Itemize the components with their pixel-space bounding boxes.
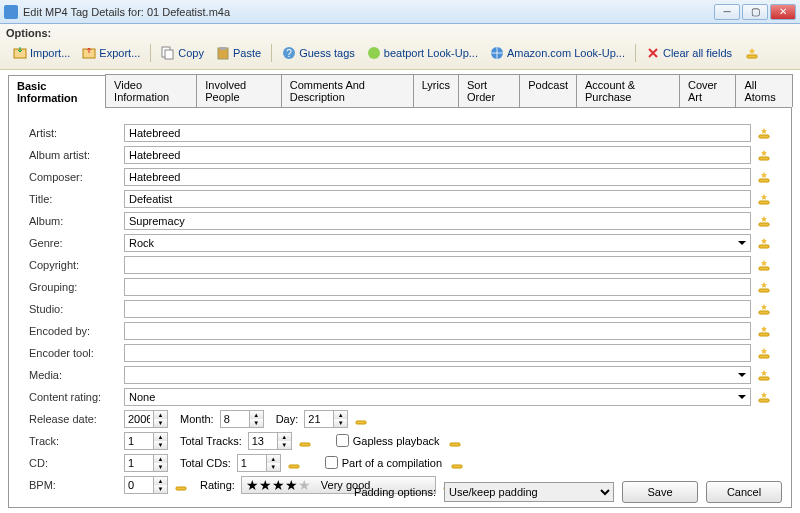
save-button[interactable]: Save — [622, 481, 698, 503]
cancel-button[interactable]: Cancel — [706, 481, 782, 503]
svg-rect-12 — [759, 157, 769, 160]
svg-rect-10 — [747, 55, 757, 58]
wand-icon[interactable] — [757, 148, 771, 162]
tab-sort-order[interactable]: Sort Order — [458, 74, 520, 107]
artist-label: Artist: — [29, 127, 124, 139]
paste-button[interactable]: Paste — [211, 43, 266, 63]
import-button[interactable]: Import... — [8, 43, 75, 63]
svg-rect-3 — [165, 50, 173, 59]
genre-field[interactable] — [124, 234, 751, 252]
encoded_by-field[interactable] — [124, 322, 751, 340]
tab-involved-people[interactable]: Involved People — [196, 74, 281, 107]
svg-rect-13 — [759, 179, 769, 182]
wand-icon[interactable] — [757, 346, 771, 360]
wand-icon[interactable] — [757, 192, 771, 206]
svg-rect-22 — [759, 377, 769, 380]
album_artist-field[interactable] — [124, 146, 751, 164]
wand-icon[interactable] — [298, 434, 312, 448]
export-button[interactable]: Export... — [77, 43, 145, 63]
tab-video-information[interactable]: Video Information — [105, 74, 197, 107]
tab-lyrics[interactable]: Lyrics — [413, 74, 459, 107]
day-input[interactable] — [305, 411, 333, 427]
composer-field[interactable] — [124, 168, 751, 186]
media-field[interactable] — [124, 366, 751, 384]
encoder_tool-label: Encoder tool: — [29, 347, 124, 359]
svg-point-8 — [368, 47, 380, 59]
month-stepper[interactable]: ▲▼ — [220, 410, 264, 428]
genre-label: Genre: — [29, 237, 124, 249]
svg-rect-5 — [220, 47, 226, 50]
svg-rect-14 — [759, 201, 769, 204]
svg-rect-24 — [356, 421, 366, 424]
day-label: Day: — [276, 413, 299, 425]
cd-label: CD: — [29, 457, 124, 469]
wand-icon[interactable] — [757, 302, 771, 316]
padding-select[interactable]: Use/keep padding — [444, 482, 614, 502]
total-cds-stepper[interactable]: ▲▼ — [237, 454, 281, 472]
tab-cover-art[interactable]: Cover Art — [679, 74, 737, 107]
guess-tags-button[interactable]: ?Guess tags — [277, 43, 360, 63]
rating-label: Rating: — [200, 479, 235, 491]
clear-fields-button[interactable]: Clear all fields — [641, 43, 737, 63]
studio-field[interactable] — [124, 300, 751, 318]
tab-all-atoms[interactable]: All Atoms — [735, 74, 793, 107]
grouping-field[interactable] — [124, 278, 751, 296]
day-stepper[interactable]: ▲▼ — [304, 410, 348, 428]
content_rating-field[interactable] — [124, 388, 751, 406]
minimize-button[interactable]: ─ — [714, 4, 740, 20]
svg-rect-18 — [759, 289, 769, 292]
svg-rect-17 — [759, 267, 769, 270]
beatport-icon — [367, 46, 381, 60]
wand-icon[interactable] — [745, 46, 759, 60]
bpm-stepper[interactable]: ▲▼ — [124, 476, 168, 494]
svg-rect-21 — [759, 355, 769, 358]
export-icon — [82, 46, 96, 60]
copy-button[interactable]: Copy — [156, 43, 209, 63]
total-tracks-stepper[interactable]: ▲▼ — [248, 432, 292, 450]
wand-icon[interactable] — [757, 368, 771, 382]
wand-icon[interactable] — [757, 324, 771, 338]
wand-icon[interactable] — [354, 412, 368, 426]
tab-comments-and-description[interactable]: Comments And Description — [281, 74, 414, 107]
title-field[interactable] — [124, 190, 751, 208]
svg-rect-28 — [452, 465, 462, 468]
album-field[interactable] — [124, 212, 751, 230]
copyright-field[interactable] — [124, 256, 751, 274]
wand-icon[interactable] — [450, 456, 464, 470]
amazon-button[interactable]: Amazon.com Look-Up... — [485, 43, 630, 63]
help-icon: ? — [282, 46, 296, 60]
clear-icon — [646, 46, 660, 60]
bpm-input[interactable] — [125, 477, 153, 493]
month-input[interactable] — [221, 411, 249, 427]
wand-icon[interactable] — [757, 126, 771, 140]
wand-icon[interactable] — [757, 390, 771, 404]
cd-input[interactable] — [125, 455, 153, 471]
encoder_tool-field[interactable] — [124, 344, 751, 362]
total-tracks-label: Total Tracks: — [180, 435, 242, 447]
year-input[interactable] — [125, 411, 153, 427]
total-cds-input[interactable] — [238, 455, 266, 471]
tab-basic-information[interactable]: Basic Information — [8, 75, 106, 108]
wand-icon[interactable] — [287, 456, 301, 470]
year-stepper[interactable]: ▲▼ — [124, 410, 168, 428]
close-button[interactable]: ✕ — [770, 4, 796, 20]
wand-icon[interactable] — [757, 236, 771, 250]
gapless-checkbox[interactable]: Gapless playback — [336, 434, 440, 447]
tab-podcast[interactable]: Podcast — [519, 74, 577, 107]
wand-icon[interactable] — [757, 280, 771, 294]
wand-icon[interactable] — [174, 478, 188, 492]
wand-icon[interactable] — [448, 434, 462, 448]
maximize-button[interactable]: ▢ — [742, 4, 768, 20]
wand-icon[interactable] — [757, 258, 771, 272]
artist-field[interactable] — [124, 124, 751, 142]
wand-icon[interactable] — [757, 170, 771, 184]
total-tracks-input[interactable] — [249, 433, 277, 449]
track-input[interactable] — [125, 433, 153, 449]
beatport-button[interactable]: beatport Look-Up... — [362, 43, 483, 63]
app-icon — [4, 5, 18, 19]
wand-icon[interactable] — [757, 214, 771, 228]
tab-account-purchase[interactable]: Account & Purchase — [576, 74, 680, 107]
compilation-checkbox[interactable]: Part of a compilation — [325, 456, 442, 469]
cd-stepper[interactable]: ▲▼ — [124, 454, 168, 472]
track-stepper[interactable]: ▲▼ — [124, 432, 168, 450]
